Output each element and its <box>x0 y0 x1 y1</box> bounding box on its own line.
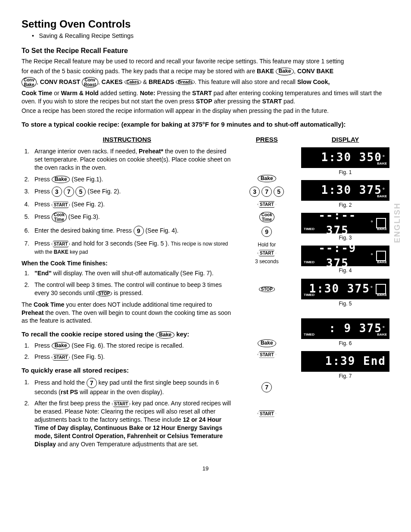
press-stop: STOP <box>259 286 275 292</box>
section-erase: To quickly erase all stored recipes: <box>22 366 233 375</box>
press-bake: Bake <box>258 175 276 182</box>
press-start-recall: START <box>258 352 276 358</box>
digit-5-pad-icon: 5 <box>75 187 86 197</box>
col-header-press: PRESS <box>241 135 293 144</box>
erase-step-2: After the first beep press the START key… <box>31 399 233 448</box>
digit-7-pad-icon: 7 <box>64 187 74 197</box>
display-fig7: 1:39 End <box>301 351 389 372</box>
fig2-caption: Fig. 2 <box>301 202 389 208</box>
display-fig1: 1:30 350°BAKE <box>301 147 389 168</box>
cooktime-note: The Cook Time you enter does NOT include… <box>22 301 233 325</box>
press-start-erase: START <box>258 411 276 417</box>
fig6-caption: Fig. 6 <box>301 340 389 347</box>
breads-pad-icon: Breads <box>176 79 195 85</box>
start-pad-icon: START <box>52 354 70 361</box>
convbake-pad-icon: Conv Bake <box>22 77 37 87</box>
page-number: 19 <box>22 465 389 473</box>
digit-9-pad-icon: 9 <box>134 226 144 236</box>
erase-step-1: Press and hold the 7 key pad until the f… <box>31 378 233 396</box>
press-3sec: 3 seconds <box>255 258 279 265</box>
press-holdfor: Hold for <box>258 241 276 248</box>
store-steps: Arrange interior oven racks. If needed, … <box>22 147 233 256</box>
press-bake-recall: Bake <box>258 339 276 347</box>
intro-line2: for each of the 5 basic cooking pads. Th… <box>22 67 389 75</box>
fig7-caption: Fig. 7 <box>301 373 389 380</box>
display-fig5: 1:30 375°TIMEDBAKE <box>301 279 389 299</box>
bake-pad-icon: Bake <box>276 68 294 75</box>
bake-pad-icon: Bake <box>52 342 70 349</box>
intro-line5: Once a recipe has been stored the recipe… <box>22 107 389 115</box>
recall-step-1: Press Bake (See Fig. 6). The stored reci… <box>31 342 233 350</box>
step-6: Enter the desired baking time. Press 9 (… <box>31 226 233 236</box>
intro-line1: The Recipe Recall feature may be used to… <box>22 57 389 65</box>
recall-steps: Press Bake (See Fig. 6). The stored reci… <box>22 342 233 361</box>
display-fig4: --:-9 375°TIMEDBAKE <box>301 246 389 266</box>
finish-step-1: "End" will display. The oven will shut-o… <box>31 269 233 277</box>
display-fig2: 1:30 375°BAKE <box>301 180 389 201</box>
page-title: Setting Oven Controls <box>22 17 389 31</box>
fig1-caption: Fig. 1 <box>301 169 389 176</box>
display-fig3: --:-- 375°TIMEDBAKE <box>301 213 389 233</box>
bake-pad-icon: Bake <box>156 331 174 339</box>
section-store-example: To store a typical cookie recipe: (examp… <box>22 120 389 129</box>
subtitle: • Saving & Recalling Recipe Settings <box>32 32 389 40</box>
digit-7-pad-icon: 7 <box>87 378 97 388</box>
press-5: 5 <box>274 187 284 197</box>
press-7: 7 <box>262 187 272 197</box>
step-4: Press START (See Fig. 2). <box>31 200 233 208</box>
step-5: Press Cook Time (See Fig.3). <box>31 212 233 222</box>
section-recipe-recall: To Set the Recipe Recall Feature <box>22 46 389 56</box>
fig5-caption: Fig. 5 <box>301 300 389 307</box>
step-3: Press 3 7 5 (See Fig. 2). <box>31 187 233 197</box>
press-7-erase: 7 <box>262 382 272 392</box>
erase-steps: Press and hold the 7 key pad until the f… <box>22 378 233 448</box>
finish-steps: "End" will display. The oven will shut-o… <box>22 269 233 297</box>
start-pad-icon: START <box>52 202 70 208</box>
start-pad-icon: START <box>112 401 131 407</box>
press-start: START <box>258 201 276 208</box>
press-cooktime: Cook Time <box>259 212 274 222</box>
display-fig6: : 9 375°TIMEDBAKE <box>301 318 389 339</box>
press-9: 9 <box>262 227 272 237</box>
finish-step-2: The control will beep 3 times. The contr… <box>31 281 233 297</box>
intro-line4: Cook Time or Warm & Hold added setting. … <box>22 89 389 106</box>
bake-pad-icon: Bake <box>52 176 70 183</box>
col-header-instructions: INSTRUCTIONS <box>22 135 233 144</box>
press-start-hold: START <box>258 250 276 256</box>
when-finish-header: When the Cook Time finishes: <box>22 260 108 267</box>
cooktime-pad-icon: Cook Time <box>52 212 67 222</box>
step-2: Press Bake (See Fig.1). <box>31 175 233 184</box>
convroast-pad-icon: Conv Roast <box>82 77 98 87</box>
cakes-pad-icon: Cakes <box>125 79 141 85</box>
col-header-display: DISPLAY <box>301 135 389 144</box>
intro-line3: Conv Bake, CONV ROAST Conv Roast, CAKES … <box>22 77 389 87</box>
start-pad-icon: START <box>52 241 70 247</box>
step-1: Arrange interior oven racks. If needed, … <box>31 147 233 172</box>
language-tab: ENGLISH <box>392 202 402 243</box>
stop-pad-icon: STOP <box>96 291 112 296</box>
step-7: Press START and hold for 3 seconds (See … <box>31 240 233 256</box>
digit-3-pad-icon: 3 <box>52 187 62 197</box>
press-3: 3 <box>249 187 260 197</box>
recall-step-2: Press START (See Fig. 5). <box>31 353 233 361</box>
section-recall: To recall the cookie recipe stored using… <box>22 330 233 339</box>
